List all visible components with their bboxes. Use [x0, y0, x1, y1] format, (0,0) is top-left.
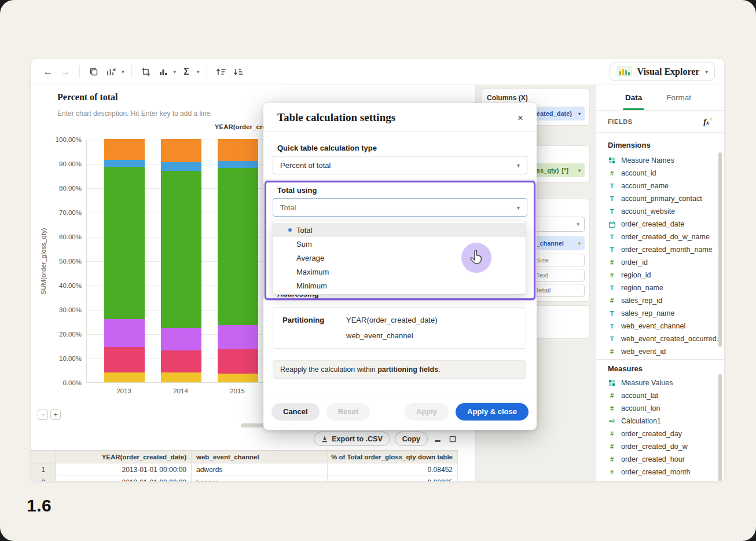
chevron-down-icon[interactable]: ▾ — [120, 69, 126, 75]
partitioning-info-box: Reapply the calculation within partition… — [273, 360, 526, 379]
y-tick-label: 70.00% — [59, 209, 82, 216]
download-icon — [321, 436, 328, 443]
field-order_created_hour[interactable]: #order_created_hour — [596, 453, 724, 466]
dropdown-option-minimum[interactable]: Minimum — [273, 279, 526, 293]
field-order_created_do_w_name[interactable]: Torder_created_do_w_name — [596, 231, 724, 243]
bar-segment-segment-crimson[interactable] — [161, 350, 201, 372]
clear-chart-button[interactable] — [103, 63, 119, 81]
close-icon[interactable]: × — [513, 111, 527, 125]
field-order_created_do_w[interactable]: #order_created_do_w — [596, 440, 724, 453]
bar-segment-segment-blue[interactable] — [218, 161, 258, 169]
scrollbar-thumb[interactable] — [718, 374, 722, 481]
field-account_lat[interactable]: #account_lat — [596, 389, 724, 402]
field-sales_rep_id[interactable]: #sales_rep_id — [596, 294, 724, 307]
field-account_name[interactable]: Taccount_name — [596, 180, 724, 192]
zoom-in-button[interactable]: + — [50, 410, 61, 420]
field-account_primary_contact[interactable]: Taccount_primary_contact — [596, 192, 724, 205]
field-order_created_month_name[interactable]: Torder_created_month_name — [596, 243, 724, 256]
field-web_event_created_occurred[interactable]: Tweb_event_created_occurred... — [596, 332, 724, 345]
bar-segment-segment-purple[interactable] — [161, 328, 201, 351]
field-order_created_quarter[interactable]: #order_created_quarter — [596, 478, 724, 481]
quick-calc-select[interactable]: Percent of total ▾ — [273, 156, 527, 174]
chevron-down-icon: ▾ — [578, 111, 581, 116]
visual-explorer-menu[interactable]: Visual Explorer ▾ — [610, 63, 715, 81]
visual-explorer-label: Visual Explorer — [637, 67, 699, 77]
bar-segment-segment-blue[interactable] — [104, 160, 145, 167]
field-region_name[interactable]: Tregion_name — [596, 282, 724, 294]
field-order_id[interactable]: #order_id — [596, 256, 724, 269]
bar-segment-segment-purple[interactable] — [218, 325, 258, 349]
sort-ascending-button[interactable] — [213, 63, 229, 81]
chevron-down-icon: ▾ — [517, 204, 520, 211]
bar-segment-segment-orange[interactable] — [161, 139, 201, 162]
bar-segment-segment-yellow[interactable] — [218, 374, 258, 382]
add-calculation-icon[interactable]: fx+ — [703, 116, 713, 127]
bar-segment-segment-blue[interactable] — [161, 162, 201, 171]
stacked-bar-2013[interactable] — [104, 139, 145, 382]
export-csv-button[interactable]: Export to .CSV — [314, 432, 390, 446]
bar-segment-segment-crimson[interactable] — [218, 349, 258, 374]
chevron-down-icon[interactable]: ▾ — [173, 69, 178, 75]
tab-format[interactable]: Format — [666, 85, 691, 110]
dropdown-option-maximum[interactable]: Maximum — [273, 265, 526, 279]
field-order_created_date[interactable]: order_created_date — [596, 218, 724, 231]
chart-title[interactable]: Percent of total — [57, 92, 118, 103]
total-using-select[interactable]: Total ▾ — [273, 198, 527, 217]
undo-back-button[interactable]: ← — [40, 63, 56, 81]
field-MeasureValues[interactable]: Measure Values — [596, 376, 724, 389]
bar-segment-segment-crimson[interactable] — [104, 347, 145, 372]
reset-button[interactable]: Reset — [326, 403, 370, 421]
dropdown-option-total[interactable]: Total — [273, 223, 526, 237]
collapse-table-button[interactable] — [432, 434, 443, 444]
field-account_lon[interactable]: #account_lon — [596, 402, 724, 415]
field-MeasureNames[interactable]: Measure Names — [596, 154, 724, 167]
y-tick-label: 40.00% — [59, 282, 82, 289]
field-order_created_month[interactable]: #order_created_month — [596, 466, 724, 478]
dropdown-option-sum[interactable]: Sum — [273, 237, 526, 251]
partitioning-label: Partitioning — [282, 316, 346, 340]
field-sales_rep_name[interactable]: Tsales_rep_name — [596, 307, 724, 320]
zoom-out-button[interactable]: − — [38, 410, 48, 420]
y-axis: 100.00%90.00%80.00%70.00%60.00%50.00%40.… — [31, 140, 82, 383]
cancel-button[interactable]: Cancel — [271, 403, 320, 421]
stacked-bar-2015[interactable] — [218, 139, 258, 382]
dropdown-option-average[interactable]: Average — [273, 251, 526, 265]
expand-table-button[interactable] — [447, 434, 458, 444]
sort-descending-button[interactable] — [230, 63, 247, 81]
chevron-down-icon[interactable]: ▾ — [196, 69, 201, 75]
bar-segment-segment-orange[interactable] — [104, 139, 145, 160]
crop-button[interactable] — [138, 63, 154, 81]
field-Calculation1[interactable]: =#Calculation1 — [596, 415, 724, 427]
y-tick-label: 10.00% — [59, 355, 82, 362]
x-tick-label: 2014 — [160, 388, 201, 394]
field-order_created_day[interactable]: #order_created_day — [596, 427, 724, 440]
bar-segment-segment-purple[interactable] — [104, 319, 145, 347]
bar-segment-segment-green[interactable] — [161, 171, 201, 328]
tab-data[interactable]: Data — [625, 85, 642, 110]
stacked-bar-2014[interactable] — [161, 139, 201, 382]
text-field-icon: T — [608, 233, 616, 240]
toolbar-divider — [79, 65, 80, 78]
chart-type-button[interactable] — [155, 63, 171, 81]
text-field-icon: T — [608, 246, 616, 253]
apply-close-button[interactable]: Apply & close — [456, 403, 529, 421]
bar-segment-segment-orange[interactable] — [218, 139, 258, 161]
bar-segment-segment-green[interactable] — [218, 168, 258, 325]
field-account_website[interactable]: Taccount_website — [596, 205, 724, 218]
bar-segment-segment-yellow[interactable] — [161, 372, 201, 382]
table-col-header: YEAR(order_created_date) — [56, 451, 192, 463]
duplicate-chart-button[interactable] — [86, 63, 102, 81]
scrollbar-thumb[interactable] — [718, 152, 722, 347]
redo-forward-button[interactable]: → — [57, 63, 74, 81]
aggregate-button[interactable]: Σ — [178, 63, 194, 81]
chart-description-placeholder[interactable]: Enter chart description. Hit Enter key t… — [57, 109, 210, 118]
field-region_id[interactable]: #region_id — [596, 269, 724, 282]
copy-button[interactable]: Copy — [395, 432, 428, 446]
apply-button[interactable]: Apply — [405, 403, 449, 421]
bar-segment-segment-yellow[interactable] — [104, 372, 145, 382]
field-web_event_channel[interactable]: Tweb_event_channel — [596, 320, 724, 332]
field-account_id[interactable]: #account_id — [596, 167, 724, 180]
modal-title: Table calculation settings — [277, 111, 395, 124]
field-web_event_id[interactable]: #web_event_id — [596, 345, 724, 358]
bar-segment-segment-green[interactable] — [104, 167, 145, 319]
